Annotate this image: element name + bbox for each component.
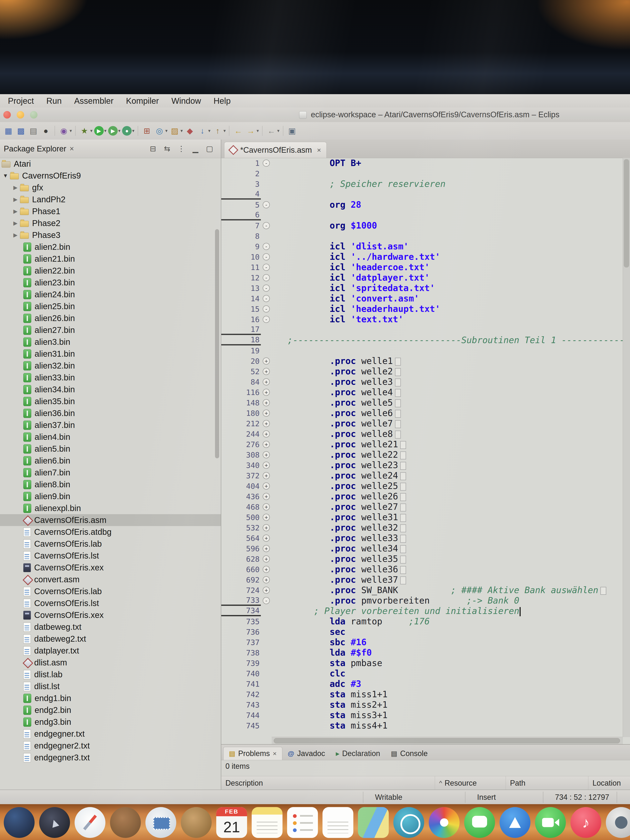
preview-dock-icon[interactable] <box>110 807 141 838</box>
fold-expand-icon[interactable]: + <box>263 378 270 385</box>
tree-item-CavernsOfEris9[interactable]: ▼CavernsOfEris9 <box>0 170 221 182</box>
folded-region-box[interactable] <box>400 545 406 553</box>
mark-occurrences-button[interactable]: ◆ <box>185 125 195 136</box>
assembler-button[interactable]: ◉▾ <box>58 125 72 136</box>
tree-item-dlist.lab[interactable]: dlist.lab <box>0 668 221 681</box>
folded-region-box[interactable] <box>400 483 406 491</box>
tree-item-alien36.bin[interactable]: alien36.bin <box>0 407 221 419</box>
tree-item-endgegner.txt[interactable]: endgegner.txt <box>0 728 221 740</box>
tree-item-CovernsOfEris.lst[interactable]: CovernsOfEris.lst <box>0 597 221 609</box>
tree-item-alienexpl.bin[interactable]: alienexpl.bin <box>0 502 221 514</box>
fold-collapse-icon[interactable]: - <box>263 274 270 281</box>
tab-console[interactable]: ▤Console <box>385 747 433 760</box>
fold-expand-icon[interactable]: + <box>263 399 270 406</box>
tree-item-alien8.bin[interactable]: alien8.bin <box>0 478 221 490</box>
fold-expand-icon[interactable]: + <box>263 430 270 437</box>
fold-expand-icon[interactable]: + <box>263 462 270 469</box>
fold-collapse-icon[interactable]: - <box>263 253 270 261</box>
folded-region-box[interactable] <box>400 472 406 480</box>
back-button[interactable]: ← <box>233 125 243 136</box>
tree-item-alien22.bin[interactable]: alien22.bin <box>0 265 221 277</box>
launchpad-dock-icon[interactable]: ▲ <box>39 807 70 838</box>
fold-expand-icon[interactable]: + <box>263 368 270 375</box>
tree-item-dlist.asm[interactable]: dlist.asm <box>0 657 221 668</box>
link-with-editor-icon[interactable]: ⇆ <box>163 144 171 153</box>
scrollbar-thumb[interactable] <box>274 738 620 743</box>
folded-region-box[interactable] <box>400 504 406 512</box>
folded-region-box[interactable] <box>400 452 406 459</box>
document-dock-icon[interactable] <box>181 807 212 838</box>
tree-item-alien21.bin[interactable]: alien21.bin <box>0 253 221 265</box>
safari-dock-icon[interactable] <box>74 807 106 838</box>
appstore-dock-icon[interactable] <box>500 807 531 838</box>
tree-item-alien35.bin[interactable]: alien35.bin <box>0 395 221 407</box>
tree-item-CavernsOfEris.lab[interactable]: CavernsOfEris.lab <box>0 538 221 550</box>
close-tab-icon[interactable]: × <box>273 750 277 758</box>
tree-item-alien9.bin[interactable]: alien9.bin <box>0 490 221 502</box>
collapse-all-icon[interactable]: ⊟ <box>149 144 157 153</box>
tree-item-gfx[interactable]: ▶gfx <box>0 182 221 194</box>
zoom-window-button[interactable] <box>30 111 38 118</box>
tab-problems[interactable]: ▤Problems× <box>223 747 282 760</box>
folded-region-box[interactable] <box>400 462 406 470</box>
export-button[interactable]: ↑▾ <box>212 125 226 136</box>
tree-item-alien26.bin[interactable]: alien26.bin <box>0 312 221 324</box>
tree-item-alien3.bin[interactable]: alien3.bin <box>0 336 221 348</box>
folded-region-box[interactable] <box>400 524 406 532</box>
tree-item-CavernsOfEris.xex[interactable]: CavernsOfEris.xex <box>0 562 221 573</box>
new-project-button[interactable]: ⊞ <box>142 125 152 136</box>
music-dock-icon[interactable]: ♪ <box>570 807 601 838</box>
fold-expand-icon[interactable]: + <box>263 503 270 510</box>
fold-expand-icon[interactable]: + <box>263 556 270 562</box>
tree-item-CavernsOfEris.atdbg[interactable]: CavernsOfEris.atdbg <box>0 526 221 538</box>
fold-expand-icon[interactable]: + <box>263 420 270 427</box>
tree-item-alien5.bin[interactable]: alien5.bin <box>0 443 221 455</box>
column-header-path[interactable]: Path <box>506 776 588 790</box>
folded-region-box[interactable] <box>400 493 406 501</box>
fold-collapse-icon[interactable]: - <box>263 159 270 167</box>
fold-expand-icon[interactable]: + <box>263 483 270 489</box>
fold-expand-icon[interactable]: + <box>263 451 270 458</box>
tree-item-alien32.bin[interactable]: alien32.bin <box>0 360 221 372</box>
fold-expand-icon[interactable]: + <box>263 410 270 417</box>
tree-item-alien2.bin[interactable]: alien2.bin <box>0 241 221 253</box>
expand-arrow-icon[interactable]: ▶ <box>11 220 20 226</box>
folded-region-box[interactable] <box>400 441 406 449</box>
menu-window[interactable]: Window <box>165 96 207 106</box>
view-menu-icon[interactable]: ⋮ <box>177 144 185 153</box>
folded-region-box[interactable] <box>395 410 401 418</box>
tree-item-alien24.bin[interactable]: alien24.bin <box>0 289 221 300</box>
tree-item-convert.asm[interactable]: convert.asm <box>0 573 221 586</box>
fold-expand-icon[interactable]: + <box>263 535 270 542</box>
open-perspective-button[interactable]: ▣ <box>287 125 297 136</box>
tree-item-datbeweg.txt[interactable]: datbeweg.txt <box>0 621 221 633</box>
fold-collapse-icon[interactable]: - <box>263 316 270 323</box>
fold-collapse-icon[interactable]: - <box>263 264 270 271</box>
fold-expand-icon[interactable]: + <box>263 514 270 521</box>
close-tab-icon[interactable]: × <box>317 146 321 154</box>
folded-region-box[interactable] <box>395 399 401 407</box>
folded-region-box[interactable] <box>400 556 406 564</box>
tree-item-alien23.bin[interactable]: alien23.bin <box>0 277 221 289</box>
fold-expand-icon[interactable]: + <box>263 545 270 552</box>
editor-vertical-scrollbar[interactable] <box>623 158 630 737</box>
menu-kompiler[interactable]: Kompiler <box>120 96 165 106</box>
code-area[interactable]: 1- OPT B+23 ; Speicher reservieren45- or… <box>221 158 623 737</box>
fold-expand-icon[interactable]: + <box>263 389 270 396</box>
fold-expand-icon[interactable]: + <box>263 493 270 500</box>
tree-item-Phase1[interactable]: ▶Phase1 <box>0 205 221 217</box>
folded-region-box[interactable] <box>395 379 401 387</box>
menu-assembler[interactable]: Assembler <box>68 96 120 106</box>
tree-item-endgegner2.txt[interactable]: endgegner2.txt <box>0 740 221 752</box>
stamps-dock-icon[interactable] <box>145 807 176 838</box>
tree-item-endg2.bin[interactable]: endg2.bin <box>0 704 221 716</box>
fold-collapse-icon[interactable]: - <box>263 243 270 250</box>
search-button[interactable]: ● <box>40 125 51 136</box>
tree-item-CovernsOfEris.xex[interactable]: CovernsOfEris.xex <box>0 609 221 621</box>
tree-item-alien6.bin[interactable]: alien6.bin <box>0 455 221 467</box>
tree-item-LandPh2[interactable]: ▶LandPh2 <box>0 194 221 205</box>
tree-item-alien25.bin[interactable]: alien25.bin <box>0 300 221 312</box>
web-browser-button[interactable]: ◎▾ <box>154 125 167 136</box>
column-header-resource[interactable]: ^Resource <box>435 776 506 790</box>
last-edit-location-button[interactable]: ←▾ <box>266 125 279 136</box>
